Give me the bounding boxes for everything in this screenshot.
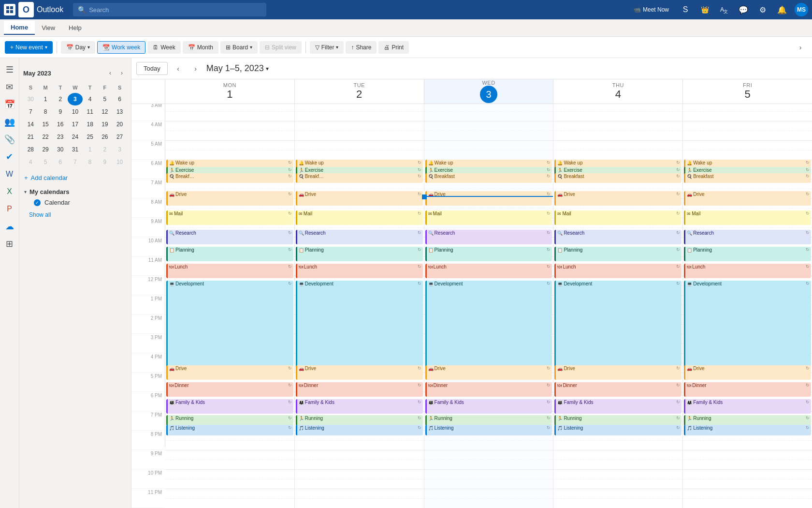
nav-icon-todo[interactable]: ✔ — [2, 149, 17, 164]
mini-cal-day[interactable]: 22 — [38, 131, 53, 143]
mini-cal-day[interactable]: 30 — [53, 143, 68, 156]
calendar-event[interactable]: ✉Mail↻ — [684, 210, 811, 225]
calendar-event[interactable]: 👨‍👩‍👧Family & Kids↻ — [296, 399, 423, 414]
calendar-event[interactable]: ✉Mail↻ — [296, 210, 423, 225]
calendar-event[interactable]: 🚗Drive↻ — [684, 191, 811, 206]
mini-cal-title[interactable]: May 2023 — [23, 70, 51, 77]
mini-cal-day[interactable]: 5 — [38, 156, 53, 168]
calendar-event[interactable]: 🎵Listening↻ — [296, 425, 423, 435]
app-logo[interactable]: O Outlook — [4, 2, 63, 17]
mini-cal-day[interactable]: 6 — [53, 156, 68, 168]
tab-home[interactable]: Home — [4, 21, 35, 35]
calendar-event[interactable]: 🔍Research↻ — [296, 230, 423, 244]
calendar-event[interactable]: 🍽Lunch↻ — [296, 264, 423, 278]
calendar-event[interactable]: 🚗Drive↻ — [166, 191, 293, 206]
toolbar-expand-btn[interactable]: › — [794, 41, 807, 54]
mini-cal-day[interactable]: 10 — [112, 156, 127, 168]
calendar-event[interactable]: 🔍Research↻ — [166, 230, 293, 244]
calendar-event[interactable]: 🚗Drive↻ — [296, 365, 423, 380]
mini-cal-day[interactable]: 27 — [112, 131, 127, 143]
today-button[interactable]: Today — [136, 62, 168, 75]
mini-cal-day[interactable]: 25 — [83, 131, 98, 143]
mini-cal-day[interactable]: 7 — [68, 156, 83, 168]
mini-cal-day[interactable]: 3 — [112, 143, 127, 156]
calendar-event[interactable]: 📋Planning↻ — [684, 247, 811, 261]
week-view-btn[interactable]: 🗓 Week — [147, 41, 180, 54]
nav-icon-word[interactable]: W — [2, 166, 17, 182]
tab-view[interactable]: View — [35, 21, 62, 34]
nav-icon-powerpoint[interactable]: P — [2, 201, 17, 217]
prev-week-btn[interactable]: ‹ — [172, 62, 185, 75]
nav-icon-more-apps[interactable]: ⊞ — [2, 236, 17, 252]
mini-cal-day[interactable]: 1 — [38, 93, 53, 105]
mini-cal-day[interactable]: 16 — [53, 118, 68, 131]
mini-cal-day[interactable]: 31 — [68, 143, 83, 156]
calendar-event[interactable]: 🍳Breakfast↻ — [684, 173, 811, 183]
calendar-event[interactable]: 🚗Drive↻ — [425, 365, 552, 380]
mini-cal-day[interactable]: 9 — [98, 156, 113, 168]
calendar-event[interactable]: 🍽Dinner↻ — [554, 382, 682, 397]
mini-cal-day[interactable]: 1 — [83, 143, 98, 156]
mini-cal-day[interactable]: 2 — [98, 143, 113, 156]
calendar-event[interactable]: 🚗Drive↻ — [554, 191, 682, 206]
mini-cal-day[interactable]: 11 — [83, 105, 98, 118]
mini-cal-next-btn[interactable]: › — [116, 68, 127, 78]
calendar-event[interactable]: 🚗Drive↻ — [296, 191, 423, 206]
month-view-btn[interactable]: 📅 Month — [183, 41, 218, 54]
mini-cal-day[interactable]: 5 — [98, 93, 113, 105]
mini-cal-day[interactable]: 17 — [68, 118, 83, 131]
meet-now-btn[interactable]: 📹 Meet Now — [630, 3, 673, 16]
day-header-mon[interactable]: MON 1 — [165, 79, 295, 104]
calendar-event[interactable]: 🚗Drive↻ — [684, 365, 811, 380]
calendar-event[interactable]: 👨‍👩‍👧Family & Kids↻ — [684, 399, 811, 414]
calendar-event[interactable]: 🎵Listening↻ — [684, 425, 811, 435]
nav-icon-calendar[interactable]: 📅 — [2, 97, 17, 112]
calendar-event[interactable]: 🎵Listening↻ — [166, 425, 293, 435]
date-range-title[interactable]: May 1–5, 2023 ▾ — [206, 63, 269, 74]
mini-cal-day[interactable]: 15 — [38, 118, 53, 131]
search-input[interactable] — [89, 6, 261, 14]
board-view-btn[interactable]: ⊞ Board ▾ — [220, 41, 258, 54]
new-event-button[interactable]: + New event ▾ — [5, 41, 53, 54]
mini-cal-day[interactable]: 21 — [23, 131, 38, 143]
nav-icon-attachments[interactable]: 📎 — [2, 132, 17, 147]
share-btn[interactable]: ↑ Share — [346, 41, 377, 54]
calendar-event[interactable]: 💻Development↻ — [425, 281, 552, 368]
mini-cal-day[interactable]: 30 — [23, 93, 38, 105]
mini-cal-day[interactable]: 12 — [98, 105, 113, 118]
split-view-btn[interactable]: ⊟ Split view — [260, 41, 302, 54]
calendar-event[interactable]: 🎵Listening↻ — [554, 425, 682, 435]
nav-icon-onedrive[interactable]: ☁ — [2, 219, 17, 234]
mini-cal-day[interactable]: 3 — [68, 93, 83, 105]
user-avatar[interactable]: MS — [795, 3, 808, 16]
my-calendars-header[interactable]: ▾ My calendars — [24, 186, 126, 197]
mini-cal-day[interactable]: 9 — [53, 105, 68, 118]
settings-icon[interactable]: ⚙ — [756, 3, 769, 16]
calendar-event[interactable]: 🚗Drive↻ — [425, 191, 552, 206]
mini-cal-day[interactable]: 8 — [38, 105, 53, 118]
mini-cal-day[interactable]: 23 — [53, 131, 68, 143]
show-all-link[interactable]: Show all — [19, 210, 131, 219]
calendar-event[interactable]: 👨‍👩‍👧Family & Kids↻ — [166, 399, 293, 414]
calendar-event[interactable]: 📋Planning↻ — [554, 247, 682, 261]
calendar-event[interactable]: 🏃Running↻ — [296, 415, 423, 426]
calendar-event[interactable]: 🍽Lunch↻ — [554, 264, 682, 278]
calendar-event[interactable]: 🍳Breakfast↻ — [554, 173, 682, 183]
calendar-event[interactable]: 👨‍👩‍👧Family & Kids↻ — [425, 399, 552, 414]
calendar-event[interactable]: 💻Development↻ — [554, 281, 682, 368]
mini-cal-day[interactable]: 14 — [23, 118, 38, 131]
mini-cal-day[interactable]: 10 — [68, 105, 83, 118]
rewards-icon[interactable]: 👑 — [698, 3, 711, 16]
mini-cal-day[interactable]: 2 — [53, 93, 68, 105]
calendar-event[interactable]: 🎵Listening↻ — [425, 425, 552, 435]
day-header-fri[interactable]: FRI 5 — [683, 79, 812, 104]
tab-help[interactable]: Help — [62, 21, 88, 34]
mini-cal-prev-btn[interactable]: ‹ — [105, 68, 116, 78]
calendar-event[interactable]: 🔍Research↻ — [684, 230, 811, 244]
mini-cal-day[interactable]: 19 — [98, 118, 113, 131]
calendar-event[interactable]: 🍽Dinner↻ — [166, 382, 293, 397]
calendar-event[interactable]: 📋Planning↻ — [166, 247, 293, 261]
next-week-btn[interactable]: › — [189, 62, 203, 75]
calendar-event[interactable]: 🍽Dinner↻ — [425, 382, 552, 397]
add-calendar-btn[interactable]: + Add calendar — [19, 172, 131, 183]
